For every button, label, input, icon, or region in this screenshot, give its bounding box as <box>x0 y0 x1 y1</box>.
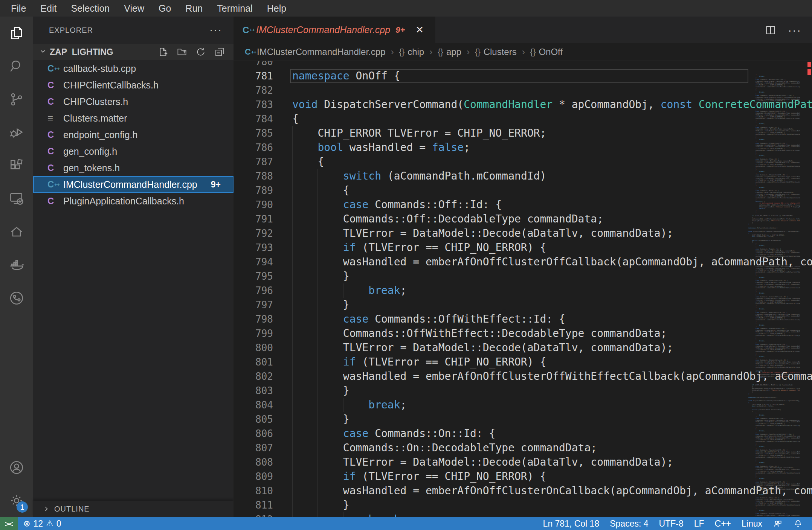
breadcrumb-item-onoff[interactable]: {}OnOff <box>530 47 563 57</box>
source-control-icon[interactable] <box>0 83 33 116</box>
indent-guide <box>317 298 318 312</box>
line-number: 807 <box>234 441 273 455</box>
settings-gear-icon[interactable]: 1 <box>0 484 33 517</box>
tab-imclustercommandhandler[interactable]: C++ IMClusterCommandHandler.cpp 9+ ✕ <box>234 17 435 43</box>
indent-guide <box>317 255 318 269</box>
errors-count: 12 <box>33 519 43 529</box>
file-item-clusters-matter[interactable]: ≡Clusters.matter <box>33 110 234 126</box>
file-name: gen_config.h <box>63 146 117 157</box>
breadcrumb-item-app[interactable]: {}app <box>438 47 461 57</box>
indent-guide <box>292 269 293 283</box>
remote-indicator[interactable]: >< <box>0 517 18 530</box>
line-number: 810 <box>234 484 273 498</box>
code-line-788: 788 switch (aCommandPath.mCommandId) <box>234 169 812 183</box>
encoding-status[interactable]: UTF-8 <box>654 517 689 530</box>
settings-badge: 1 <box>17 501 28 513</box>
split-editor-icon[interactable] <box>765 24 777 36</box>
line-number: 800 <box>234 341 273 355</box>
code-line-810: 810 wasHandled = emberAfOnOffClusterOnCa… <box>234 484 812 498</box>
git-graph-icon[interactable] <box>0 282 33 315</box>
extensions-icon[interactable] <box>0 149 33 182</box>
outline-section-header[interactable]: OUTLINE <box>33 501 234 517</box>
indent-guide <box>317 183 318 198</box>
line-number: 785 <box>234 126 273 140</box>
notifications-bell-icon[interactable] <box>788 517 808 530</box>
indent-guide <box>317 312 318 326</box>
line-number: 803 <box>234 384 273 398</box>
remote-explorer-icon[interactable] <box>0 182 33 215</box>
file-item-endpoint-config-h[interactable]: Cendpoint_config.h <box>33 126 234 143</box>
minimap[interactable]: } break; } case Commands::MoveToLevel::I… <box>748 61 800 517</box>
indent-guide <box>292 369 293 384</box>
remote-os-status[interactable]: Linux <box>736 517 768 530</box>
editor-more-actions-icon[interactable]: ··· <box>788 24 801 37</box>
menu-item-help[interactable]: Help <box>260 0 293 17</box>
file-item-chipclusters-h[interactable]: CCHIPClusters.h <box>33 93 234 110</box>
indentation-status[interactable]: Spaces: 4 <box>604 517 653 530</box>
sidebar-more-actions-icon[interactable]: ··· <box>209 26 222 34</box>
menu-item-edit[interactable]: Edit <box>33 0 64 17</box>
breadcrumb-item-clusters[interactable]: {}Clusters <box>475 47 517 57</box>
cpp-file-icon: C++ <box>47 63 60 74</box>
line-number: 786 <box>234 140 273 155</box>
c-file-icon: C <box>47 129 60 140</box>
folder-section-header[interactable]: ZAP_LIGHTING <box>33 44 234 60</box>
new-folder-icon[interactable] <box>176 46 188 58</box>
menu-item-terminal[interactable]: Terminal <box>210 0 259 17</box>
file-item-imclustercommandhandler-cpp[interactable]: C++IMClusterCommandHandler.cpp9+ <box>33 176 234 193</box>
indent-guide <box>292 298 293 312</box>
indent-guide <box>292 426 293 441</box>
new-file-icon[interactable] <box>157 46 169 58</box>
run-debug-icon[interactable] <box>0 116 33 149</box>
file-item-gen-config-h[interactable]: Cgen_config.h <box>33 143 234 160</box>
code-line-789: 789 { <box>234 183 812 198</box>
indent-guide <box>292 241 293 255</box>
code-line-797: 797 } <box>234 298 812 312</box>
indent-guide <box>317 355 318 369</box>
indent-guide <box>317 384 318 398</box>
cursor-position-status[interactable]: Ln 781, Col 18 <box>538 517 605 530</box>
menu-item-file[interactable]: File <box>4 0 33 17</box>
collapse-all-icon[interactable] <box>214 46 225 58</box>
file-item-chipclientcallbacks-h[interactable]: CCHIPClientCallbacks.h <box>33 77 234 93</box>
error-mark <box>807 62 811 67</box>
file-item-pluginapplicationcallbacks-h[interactable]: CPluginApplicationCallbacks.h <box>33 193 234 209</box>
indent-guide <box>292 312 293 326</box>
activity-bar: 1 <box>0 17 33 517</box>
line-number: 795 <box>234 269 273 283</box>
tab-close-icon[interactable]: ✕ <box>415 24 424 36</box>
tab-problems-badge: 9+ <box>395 25 405 35</box>
docker-icon[interactable] <box>0 248 33 282</box>
menu-item-selection[interactable]: Selection <box>64 0 117 17</box>
status-bar: >< ⊗ 12 ⚠ 0 Ln 781, Col 18Spaces: 4UTF-8… <box>0 517 812 530</box>
overview-ruler[interactable] <box>800 61 812 517</box>
problems-status[interactable]: ⊗ 12 ⚠ 0 <box>18 517 67 530</box>
explorer-icon[interactable] <box>0 17 33 50</box>
refresh-icon[interactable] <box>195 46 206 58</box>
indent-guide <box>317 484 318 498</box>
file-name: CHIPClientCallbacks.h <box>63 80 159 91</box>
code-line-807: 807 Commands::On::DecodableType commandD… <box>234 441 812 455</box>
symbol-namespace-icon: {} <box>399 47 404 57</box>
breadcrumb: C++IMClusterCommandHandler.cpp›{}chip›{}… <box>234 43 812 61</box>
home-icon[interactable] <box>0 215 33 248</box>
language-mode-status[interactable]: C++ <box>710 517 736 530</box>
menu-item-go[interactable]: Go <box>151 0 178 17</box>
menu-item-run[interactable]: Run <box>178 0 210 17</box>
account-icon[interactable] <box>0 451 33 484</box>
eol-status[interactable]: LF <box>689 517 710 530</box>
feedback-icon[interactable] <box>768 517 788 530</box>
search-icon[interactable] <box>0 50 33 83</box>
menu-item-view[interactable]: View <box>117 0 151 17</box>
line-number: 809 <box>234 469 273 484</box>
line-number: 796 <box>234 283 273 298</box>
breadcrumb-item-imclustercommandhandler-cpp[interactable]: C++IMClusterCommandHandler.cpp <box>245 47 385 57</box>
code-editor[interactable]: 780781namespace OnOff {782783void Dispat… <box>234 61 812 517</box>
breadcrumb-item-chip[interactable]: {}chip <box>399 47 424 57</box>
indent-guide <box>317 198 318 212</box>
file-name: callback-stub.cpp <box>63 63 136 74</box>
line-number: 780 <box>234 61 273 69</box>
indent-guide <box>317 412 318 426</box>
file-item-gen-tokens-h[interactable]: Cgen_tokens.h <box>33 160 234 176</box>
file-item-callback-stub-cpp[interactable]: C++callback-stub.cpp <box>33 60 234 77</box>
